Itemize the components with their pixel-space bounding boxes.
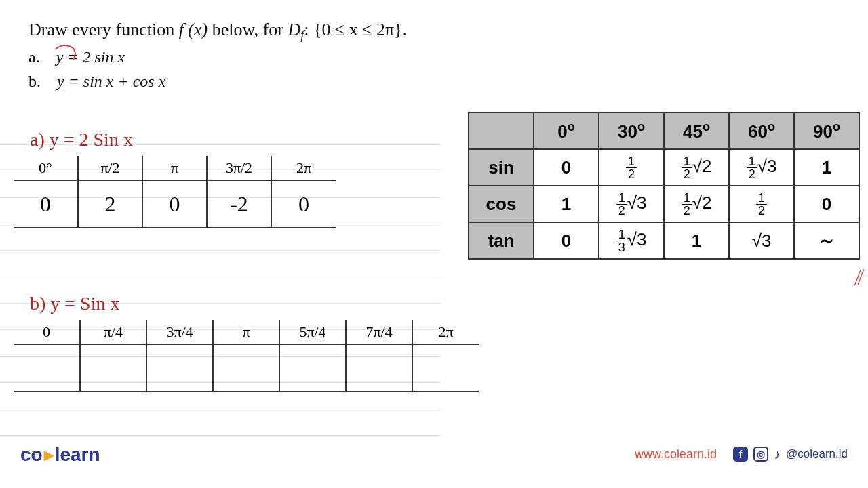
cos-0: 1 xyxy=(534,186,599,222)
footer-url: www.colearn.id xyxy=(635,447,717,462)
trig-angle-60: 60o xyxy=(729,113,794,149)
prompt-b-eq: y = sin x + cos x xyxy=(57,73,165,90)
th-a-0: 0° xyxy=(14,156,78,180)
td-b-5 xyxy=(346,344,412,392)
table-a-header: 0° π/2 π 3π/2 2π xyxy=(14,156,336,180)
tan-45: 1 xyxy=(664,222,729,259)
footer: co▸learn www.colearn.id f ◎ ♪ @colearn.i… xyxy=(0,441,868,468)
social-icons: f ◎ ♪ @colearn.id xyxy=(733,447,848,462)
trig-row-cos: cos 1 12√3 12√2 12 0 xyxy=(469,186,859,222)
th-b-5: 7π/4 xyxy=(346,320,412,344)
logo-learn: learn xyxy=(55,444,100,465)
table-a-values: 0 2 0 -2 0 xyxy=(14,180,336,228)
tan-30: 13√3 xyxy=(599,222,664,259)
th-a-3: 3π/2 xyxy=(207,156,271,180)
th-a-2: π xyxy=(142,156,207,180)
facebook-icon: f xyxy=(733,447,748,462)
td-b-0 xyxy=(14,344,80,392)
cos-90: 0 xyxy=(794,186,859,222)
sin-45: 12√2 xyxy=(664,149,729,186)
td-a-2: 0 xyxy=(142,180,207,228)
trig-label-sin: sin xyxy=(469,149,534,186)
tan-0: 0 xyxy=(534,222,599,259)
sin-0: 0 xyxy=(534,149,599,186)
table-b-header: 0 π/4 3π/4 π 5π/4 7π/4 2π xyxy=(14,320,479,344)
th-b-4: 5π/4 xyxy=(279,320,346,344)
trig-angle-0: 0o xyxy=(534,113,599,149)
td-b-2 xyxy=(146,344,213,392)
td-a-1: 2 xyxy=(78,180,142,228)
handwritten-b: b) y = Sin x xyxy=(30,293,119,314)
td-b-1 xyxy=(80,344,146,392)
td-a-3: -2 xyxy=(207,180,271,228)
trig-header-row: 0o 30o 45o 60o 90o xyxy=(469,113,859,149)
prompt-pre: Draw every function xyxy=(28,20,179,39)
td-a-0: 0 xyxy=(14,180,78,228)
social-handle: @colearn.id xyxy=(786,447,848,461)
tiktok-icon: ♪ xyxy=(774,447,781,462)
th-b-3: π xyxy=(213,320,279,344)
prompt-d: D xyxy=(288,20,300,39)
sin-60: 12√3 xyxy=(729,149,794,186)
td-b-3 xyxy=(213,344,279,392)
trig-label-tan: tan xyxy=(469,222,534,259)
prompt-a-label: a. xyxy=(28,48,40,66)
th-b-1: π/4 xyxy=(80,320,146,344)
instagram-icon: ◎ xyxy=(753,447,768,462)
th-a-4: 2π xyxy=(271,156,336,180)
logo-co: co xyxy=(20,444,43,465)
th-a-1: π/2 xyxy=(78,156,142,180)
th-b-2: 3π/4 xyxy=(146,320,213,344)
trig-row-sin: sin 0 12 12√2 12√3 1 xyxy=(469,149,859,186)
trig-angle-30: 30o xyxy=(599,113,664,149)
sin-90: 1 xyxy=(794,149,859,186)
trig-label-cos: cos xyxy=(469,186,534,222)
td-b-6 xyxy=(412,344,479,392)
colearn-logo: co▸learn xyxy=(20,443,100,466)
trig-corner xyxy=(469,113,534,149)
sin-30: 12 xyxy=(599,149,664,186)
tan-90: ∼ xyxy=(794,222,859,259)
prompt-fx: f (x) xyxy=(179,20,208,39)
trig-row-tan: tan 0 13√3 1 √3 ∼ xyxy=(469,222,859,259)
tan-60: √3 xyxy=(729,222,794,259)
prompt-b-label: b. xyxy=(28,73,41,90)
table-a: 0° π/2 π 3π/2 2π 0 2 0 -2 0 xyxy=(14,156,336,228)
table-b-values xyxy=(14,344,479,392)
logo-dot: ▸ xyxy=(43,444,55,465)
cos-60: 12 xyxy=(729,186,794,222)
td-a-4: 0 xyxy=(271,180,336,228)
prompt-mid: below, for xyxy=(208,20,288,39)
table-b: 0 π/4 3π/4 π 5π/4 7π/4 2π xyxy=(14,320,479,392)
problem-prompt: Draw every function f (x) below, for Df:… xyxy=(28,16,407,94)
trig-table: 0o 30o 45o 60o 90o sin 0 12 12√2 12√3 1 … xyxy=(468,112,860,260)
prompt-rest: : {0 ≤ x ≤ 2π}. xyxy=(304,20,407,39)
cos-30: 12√3 xyxy=(599,186,664,222)
red-tick-mark: ⁄⁄ xyxy=(853,265,865,289)
td-b-4 xyxy=(279,344,346,392)
handwritten-a: a) y = 2 Sin x xyxy=(30,129,133,150)
th-b-6: 2π xyxy=(412,320,479,344)
trig-angle-90: 90o xyxy=(794,113,859,149)
trig-angle-45: 45o xyxy=(664,113,729,149)
cos-45: 12√2 xyxy=(664,186,729,222)
th-b-0: 0 xyxy=(14,320,80,344)
